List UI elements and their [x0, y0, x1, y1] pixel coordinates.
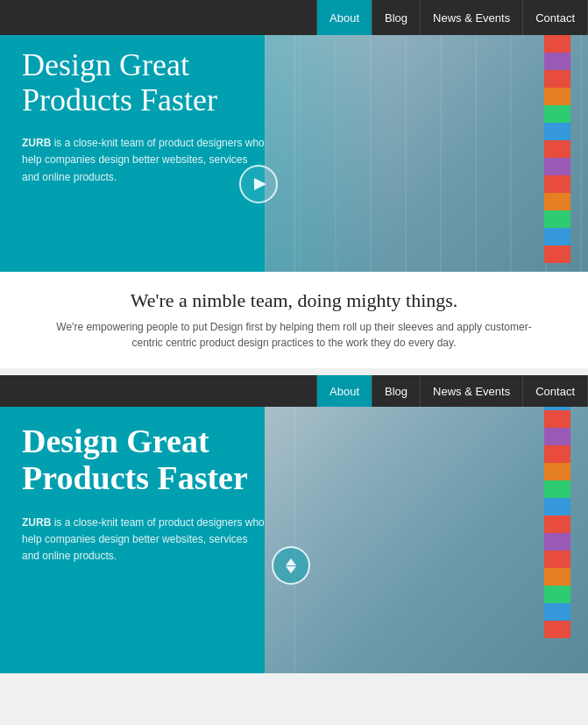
scroll-icon: [286, 558, 296, 573]
vertical-line-b: [294, 375, 295, 673]
scroll-button[interactable]: [272, 546, 310, 585]
hero-desc-text: is a close-knit team of product designer…: [22, 137, 265, 182]
nav-blog[interactable]: Blog: [372, 0, 421, 35]
middle-description: We're empowering people to put Design fi…: [53, 319, 535, 351]
bottom-nav-items: About Blog News & Events Contact: [316, 375, 588, 407]
hero-title-line1: Design Great: [22, 423, 209, 459]
bottom-section: About Blog News & Events Contact Design …: [0, 375, 588, 673]
bottom-nav-blog[interactable]: Blog: [372, 375, 421, 407]
top-nav: About Blog News & Events Contact: [0, 0, 588, 35]
nav-about[interactable]: About: [316, 0, 372, 35]
nav-news-events[interactable]: News & Events: [421, 0, 523, 35]
bottom-nav-contact[interactable]: Contact: [523, 375, 588, 407]
nav-contact[interactable]: Contact: [523, 0, 588, 35]
arrow-down-icon: [286, 566, 296, 573]
arrow-up-icon: [286, 558, 296, 565]
bottom-nav-news-events[interactable]: News & Events: [421, 375, 523, 407]
section-divider: [0, 368, 588, 375]
company-name: ZURB: [22, 137, 51, 149]
hero-description-bottom: ZURB is a close-knit team of product des…: [22, 515, 267, 565]
vertical-line: [294, 0, 295, 298]
hero-title-bottom: Design Great Products Faster: [22, 423, 267, 497]
top-section: About Blog News & Events Contact Design …: [0, 0, 588, 368]
hero-desc-text-b: is a close-knit team of product designer…: [22, 516, 265, 562]
hero-top: Design Great Products Faster ZURB is a c…: [0, 0, 588, 298]
hero-bottom: Design Great Products Faster ZURB is a c…: [0, 375, 588, 673]
nav-items: About Blog News & Events Contact: [316, 0, 588, 35]
hero-title: Design Great Products Faster: [22, 48, 267, 117]
play-icon: [254, 178, 266, 190]
hero-image-bg-b: [265, 375, 588, 673]
company-name-b: ZURB: [22, 516, 51, 529]
bottom-nav: About Blog News & Events Contact: [0, 375, 588, 407]
hero-image-bg: [265, 0, 588, 298]
hero-content-bottom: Design Great Products Faster ZURB is a c…: [22, 423, 267, 565]
play-button[interactable]: [239, 165, 278, 203]
bottom-nav-about[interactable]: About: [316, 375, 372, 407]
hero-content: Design Great Products Faster ZURB is a c…: [22, 48, 267, 186]
hero-description: ZURB is a close-knit team of product des…: [22, 135, 267, 186]
hero-title-line2: Products Faster: [22, 459, 248, 496]
